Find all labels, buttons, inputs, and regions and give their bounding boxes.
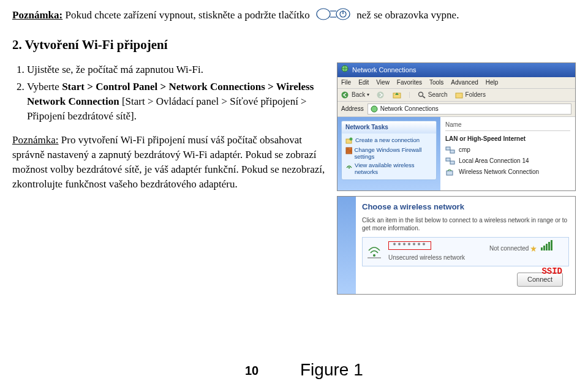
connection-item[interactable]: Local Area Connection 14	[445, 156, 570, 167]
back-label: Back	[352, 91, 365, 99]
steps-list: Ujistěte se, že počítač má zapnutou Wi-F…	[12, 62, 328, 123]
toolbar: Back ▾ | Search Folders	[337, 89, 575, 102]
forward-arrow-icon	[377, 91, 385, 99]
menu-bar: File Edit View Favorites Tools Advanced …	[337, 77, 575, 89]
instructions-column: Ujistěte se, že počítač má zapnutou Wi-F…	[12, 62, 328, 191]
choose-sidebar	[337, 197, 356, 295]
connection-label: Wireless Network Connection	[459, 168, 539, 176]
address-value: Network Connections	[380, 105, 439, 113]
firewall-icon	[345, 147, 352, 154]
folders-icon	[455, 91, 464, 99]
choose-wireless-window: Choose a wireless network Click an item …	[337, 196, 576, 295]
menu-help[interactable]: Help	[486, 78, 499, 87]
task-label: View available wireless networks	[355, 162, 432, 176]
column-name[interactable]: Name	[445, 121, 570, 131]
svg-rect-22	[447, 171, 453, 175]
top-note: Poznámka: Pokud chcete zařízení vypnout,…	[12, 7, 576, 25]
search-label: Search	[428, 91, 448, 99]
note2-label: Poznámka:	[12, 134, 59, 146]
menu-edit[interactable]: Edit	[358, 78, 369, 87]
network-connections-window: Network Connections File Edit View Favor…	[337, 62, 576, 190]
chevron-down-icon: ▾	[367, 91, 369, 98]
screenshots-column: Network Connections File Edit View Favor…	[337, 62, 576, 295]
tasks-sidepanel: Network Tasks Create a new connection Ch…	[337, 117, 440, 190]
svg-rect-20	[446, 158, 450, 161]
step-1: Ujistěte se, že počítač má zapnutou Wi-F…	[27, 62, 328, 77]
folder-up-icon	[393, 91, 401, 99]
step2-pre: Vyberte	[27, 81, 62, 92]
svg-rect-21	[450, 161, 454, 164]
favorite-icon	[530, 246, 537, 252]
address-bar: Address Network Connections	[337, 102, 575, 117]
connection-label: Local Area Connection 14	[459, 157, 529, 165]
menu-favorites[interactable]: Favorites	[397, 78, 422, 87]
globe-icon	[341, 65, 349, 75]
step-2: Vyberte Start > Control Panel > Network …	[27, 80, 328, 123]
signal-bars-icon	[541, 240, 552, 250]
wireless-icon	[345, 162, 352, 170]
wireless-network-row[interactable]: ******* Unsecured wireless network Not c…	[362, 237, 569, 266]
connection-label: cmp	[459, 146, 470, 154]
search-button[interactable]: Search	[418, 91, 448, 99]
svg-point-13	[371, 106, 377, 112]
connection-item[interactable]: Wireless Network Connection	[445, 167, 570, 178]
window-body: Network Tasks Create a new connection Ch…	[337, 117, 575, 190]
back-button[interactable]: Back ▾	[341, 91, 369, 99]
choose-title: Choose a wireless network	[362, 201, 569, 213]
menu-tools[interactable]: Tools	[429, 78, 443, 87]
address-label: Address	[341, 105, 364, 113]
task-view-wireless[interactable]: View available wireless networks	[345, 161, 432, 177]
forward-button[interactable]	[377, 91, 385, 99]
connections-list: Name LAN or High-Speed Internet cmp Loca…	[440, 117, 575, 190]
task-create-connection[interactable]: Create a new connection	[345, 136, 432, 146]
new-connection-icon	[345, 137, 353, 145]
menu-file[interactable]: File	[341, 78, 351, 87]
svg-point-10	[418, 92, 423, 96]
svg-rect-16	[346, 148, 352, 154]
network-security-desc: Unsecured wireless network	[388, 254, 465, 262]
ssid-masked: *******	[388, 241, 431, 250]
note-text-2: než se obrazovka vypne.	[356, 9, 459, 21]
task-firewall[interactable]: Change Windows Firewall settings	[345, 146, 432, 162]
svg-point-23	[373, 254, 375, 257]
note-text-1: Pokud chcete zařízení vypnout, stiskněte…	[62, 9, 312, 21]
note2-text: Pro vytvoření Wi-Fi připojení musí váš p…	[12, 134, 325, 189]
lan-icon	[445, 157, 455, 165]
svg-marker-25	[530, 246, 537, 252]
svg-point-7	[342, 91, 349, 98]
secondary-note: Poznámka: Pro vytvoření Wi-Fi připojení …	[12, 133, 328, 191]
choose-desc: Click an item in the list below to conne…	[362, 216, 569, 232]
network-tasks-box: Network Tasks Create a new connection Ch…	[341, 121, 437, 181]
back-arrow-icon	[341, 91, 350, 99]
svg-rect-12	[456, 93, 462, 98]
figure-label: Figure 1	[300, 358, 363, 382]
not-connected-label: Not connected	[489, 240, 552, 253]
window-titlebar[interactable]: Network Connections	[337, 63, 575, 77]
power-icon	[316, 7, 350, 25]
section-heading: 2. Vytvoření Wi-Fi připojení	[12, 36, 576, 54]
task-label: Create a new connection	[355, 137, 420, 144]
svg-point-15	[350, 137, 353, 140]
window-title-text: Network Connections	[352, 66, 417, 75]
menu-advanced[interactable]: Advanced	[451, 78, 478, 87]
menu-view[interactable]: View	[376, 78, 390, 87]
wifi-adapter-icon	[445, 168, 455, 176]
task-label: Change Windows Firewall settings	[355, 147, 432, 160]
lan-icon	[445, 146, 455, 154]
folders-label: Folders	[466, 91, 486, 99]
svg-point-0	[317, 9, 330, 20]
page-number: 10	[245, 362, 258, 379]
group-label: LAN or High-Speed Internet	[445, 134, 570, 145]
wifi-signal-icon	[366, 244, 382, 259]
network-folder-icon	[371, 105, 378, 113]
ssid-callout: SSID	[541, 266, 562, 278]
svg-rect-19	[450, 150, 454, 153]
folders-button[interactable]: Folders	[455, 91, 486, 99]
svg-rect-18	[446, 147, 450, 150]
address-input[interactable]: Network Connections	[368, 104, 571, 115]
svg-line-11	[423, 96, 425, 98]
network-tasks-header: Network Tasks	[342, 121, 436, 134]
up-button[interactable]	[393, 91, 401, 99]
search-icon	[418, 91, 426, 99]
connection-item[interactable]: cmp	[445, 145, 570, 156]
